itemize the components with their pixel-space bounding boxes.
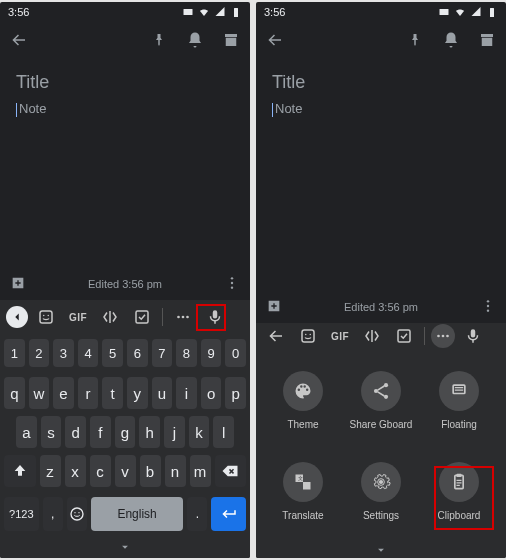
gif-button[interactable]: GIF bbox=[326, 323, 354, 349]
backspace-key[interactable] bbox=[215, 455, 247, 487]
tool-floating[interactable]: Floating bbox=[424, 371, 494, 430]
kb-more-button[interactable] bbox=[431, 324, 455, 348]
tool-share[interactable]: Share Gboard bbox=[346, 371, 416, 430]
note-editor[interactable]: Title Note bbox=[256, 62, 506, 291]
text-select-icon[interactable] bbox=[358, 323, 386, 349]
svg-rect-15 bbox=[440, 9, 449, 15]
kb-expand-button[interactable] bbox=[6, 306, 28, 328]
emoji-key[interactable] bbox=[67, 497, 87, 531]
key-u[interactable]: u bbox=[152, 377, 173, 409]
editor-bottom-bar: Edited 3:56 pm bbox=[256, 291, 506, 323]
reminder-button[interactable] bbox=[442, 31, 460, 53]
key-y[interactable]: y bbox=[127, 377, 148, 409]
archive-button[interactable] bbox=[478, 31, 496, 53]
key-3[interactable]: 3 bbox=[53, 339, 74, 367]
key-p[interactable]: p bbox=[225, 377, 246, 409]
note-input[interactable]: Note bbox=[16, 101, 234, 117]
key-4[interactable]: 4 bbox=[78, 339, 99, 367]
nav-collapse-icon[interactable] bbox=[374, 543, 388, 557]
app-bar bbox=[0, 22, 250, 62]
sticker-icon[interactable] bbox=[32, 304, 60, 330]
symbols-key[interactable]: ?123 bbox=[4, 497, 39, 531]
title-input[interactable]: Title bbox=[16, 72, 234, 93]
key-l[interactable]: l bbox=[213, 416, 234, 448]
signal-icon bbox=[214, 6, 226, 18]
kb-back-button[interactable] bbox=[262, 323, 290, 349]
pin-button[interactable] bbox=[406, 31, 424, 53]
overflow-button[interactable] bbox=[224, 275, 240, 293]
key-q[interactable]: q bbox=[4, 377, 25, 409]
key-f[interactable]: f bbox=[90, 416, 111, 448]
enter-key[interactable] bbox=[211, 497, 246, 531]
key-s[interactable]: s bbox=[41, 416, 62, 448]
autofill-icon[interactable] bbox=[390, 323, 418, 349]
kb-more-button[interactable] bbox=[169, 304, 197, 330]
nav-collapse-icon[interactable] bbox=[118, 540, 132, 554]
key-0[interactable]: 0 bbox=[225, 339, 246, 367]
key-8[interactable]: 8 bbox=[176, 339, 197, 367]
gif-button[interactable]: GIF bbox=[64, 304, 92, 330]
archive-button[interactable] bbox=[222, 31, 240, 53]
key-n[interactable]: n bbox=[165, 455, 186, 487]
tool-theme[interactable]: Theme bbox=[268, 371, 338, 430]
back-button[interactable] bbox=[266, 31, 284, 53]
svg-rect-33 bbox=[455, 475, 463, 488]
key-9[interactable]: 9 bbox=[201, 339, 222, 367]
key-1[interactable]: 1 bbox=[4, 339, 25, 367]
key-2[interactable]: 2 bbox=[29, 339, 50, 367]
key-a[interactable]: a bbox=[16, 416, 37, 448]
battery-icon bbox=[230, 6, 242, 18]
add-button[interactable] bbox=[266, 298, 282, 316]
key-i[interactable]: i bbox=[176, 377, 197, 409]
key-r[interactable]: r bbox=[78, 377, 99, 409]
key-m[interactable]: m bbox=[190, 455, 211, 487]
back-button[interactable] bbox=[10, 31, 28, 53]
key-w[interactable]: w bbox=[29, 377, 50, 409]
key-v[interactable]: v bbox=[115, 455, 136, 487]
svg-rect-8 bbox=[136, 311, 148, 323]
wifi-icon bbox=[454, 6, 466, 18]
svg-point-10 bbox=[182, 316, 185, 319]
key-c[interactable]: c bbox=[90, 455, 111, 487]
note-editor[interactable]: Title Note bbox=[0, 62, 250, 268]
key-5[interactable]: 5 bbox=[102, 339, 123, 367]
key-g[interactable]: g bbox=[115, 416, 136, 448]
key-t[interactable]: t bbox=[102, 377, 123, 409]
key-d[interactable]: d bbox=[65, 416, 86, 448]
key-7[interactable]: 7 bbox=[152, 339, 173, 367]
text-select-icon[interactable] bbox=[96, 304, 124, 330]
sticker-icon[interactable] bbox=[294, 323, 322, 349]
shift-key[interactable] bbox=[4, 455, 36, 487]
reminder-button[interactable] bbox=[186, 31, 204, 53]
key-z[interactable]: z bbox=[40, 455, 61, 487]
tool-translate[interactable]: 文 Translate bbox=[268, 462, 338, 521]
key-x[interactable]: x bbox=[65, 455, 86, 487]
status-time: 3:56 bbox=[8, 6, 29, 18]
pin-button[interactable] bbox=[150, 31, 168, 53]
note-input[interactable]: Note bbox=[272, 101, 490, 117]
svg-point-6 bbox=[43, 315, 45, 317]
key-6[interactable]: 6 bbox=[127, 339, 148, 367]
period-key[interactable]: . bbox=[187, 497, 207, 531]
status-icons bbox=[182, 6, 242, 18]
add-button[interactable] bbox=[10, 275, 26, 293]
comma-key[interactable]: , bbox=[43, 497, 63, 531]
mic-icon[interactable] bbox=[201, 304, 229, 330]
mic-icon[interactable] bbox=[459, 323, 487, 349]
key-b[interactable]: b bbox=[140, 455, 161, 487]
key-j[interactable]: j bbox=[164, 416, 185, 448]
key-o[interactable]: o bbox=[201, 377, 222, 409]
key-k[interactable]: k bbox=[189, 416, 210, 448]
space-key[interactable]: English bbox=[91, 497, 183, 531]
card-icon bbox=[438, 6, 450, 18]
key-e[interactable]: e bbox=[53, 377, 74, 409]
overflow-button[interactable] bbox=[480, 298, 496, 316]
svg-point-3 bbox=[231, 282, 233, 284]
autofill-icon[interactable] bbox=[128, 304, 156, 330]
tool-settings[interactable]: Settings bbox=[346, 462, 416, 521]
tool-clipboard[interactable]: Clipboard bbox=[424, 462, 494, 521]
row-asdf: a s d f g h j k l bbox=[0, 414, 250, 450]
key-h[interactable]: h bbox=[139, 416, 160, 448]
wifi-icon bbox=[198, 6, 210, 18]
title-input[interactable]: Title bbox=[272, 72, 490, 93]
